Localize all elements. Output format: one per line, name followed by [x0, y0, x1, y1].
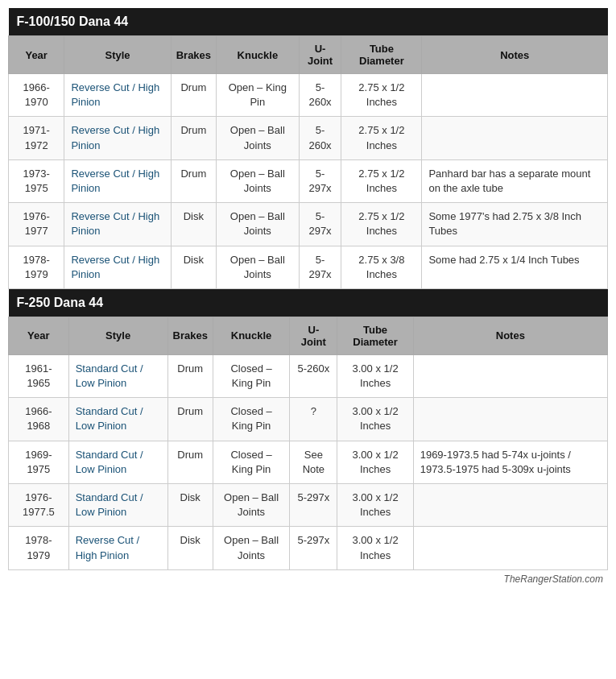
col-header-5: TubeDiameter	[337, 317, 413, 354]
cell-2: Drum	[171, 159, 216, 202]
cell-3: Closed – King Pin	[213, 354, 289, 397]
cell-1: Reverse Cut / High Pinion	[64, 74, 171, 117]
cell-4: 5-297x	[299, 159, 341, 202]
cell-4: 5-260x	[299, 74, 341, 117]
cell-1: Standard Cut / Low Pinion	[68, 354, 167, 397]
cell-6: Some had 2.75 x 1/4 Inch Tubes	[422, 246, 608, 288]
section-table-1: F-250 Dana 44YearStyleBrakesKnuckleU-Joi…	[8, 289, 608, 570]
cell-0: 1971-1972	[9, 117, 64, 159]
cell-3: Open – Ball Joints	[217, 117, 300, 159]
cell-0: 1978-1979	[9, 246, 64, 288]
cell-1: Reverse Cut / High Pinion	[64, 246, 171, 288]
table-row: 1976-1977.5Standard Cut / Low PinionDisk…	[9, 484, 608, 527]
table-row: 1966-1970Reverse Cut / High PinionDrumOp…	[9, 74, 608, 117]
cell-3: Open – Ball Joints	[217, 159, 300, 202]
col-header-2: Brakes	[167, 317, 213, 354]
cell-3: Open – Ball Joints	[213, 484, 289, 527]
cell-3: Closed – King Pin	[213, 441, 289, 483]
cell-0: 1973-1975	[9, 159, 64, 202]
cell-6	[413, 354, 607, 397]
cell-1: Standard Cut / Low Pinion	[68, 398, 167, 441]
page-wrapper: F-100/150 Dana 44YearStyleBrakesKnuckleU…	[0, 0, 616, 596]
cell-3: Open – Ball Joints	[217, 203, 300, 246]
cell-4: See Note	[290, 441, 337, 483]
section-title: F-250 Dana 44	[9, 289, 608, 317]
cell-4: 5-297x	[290, 527, 337, 569]
cell-2: Drum	[167, 354, 213, 397]
cell-6	[422, 117, 608, 159]
cell-6: Some 1977's had 2.75 x 3/8 Inch Tubes	[422, 203, 608, 246]
col-header-1: Style	[68, 317, 167, 354]
cell-6: 1969-1973.5 had 5-74x u-joints / 1973.5-…	[413, 441, 607, 483]
cell-2: Drum	[171, 74, 216, 117]
cell-0: 1976-1977	[9, 203, 64, 246]
cell-0: 1966-1970	[9, 74, 64, 117]
section-table-0: F-100/150 Dana 44YearStyleBrakesKnuckleU…	[8, 8, 608, 289]
col-header-6: Notes	[413, 317, 607, 354]
cell-4: 5-297x	[299, 203, 341, 246]
cell-2: Drum	[167, 441, 213, 483]
cell-2: Disk	[167, 527, 213, 569]
cell-5: 2.75 x 1/2 Inches	[341, 74, 422, 117]
tables-container: F-100/150 Dana 44YearStyleBrakesKnuckleU…	[8, 8, 608, 570]
cell-2: Drum	[167, 398, 213, 441]
table-row: 1976-1977Reverse Cut / High PinionDiskOp…	[9, 203, 608, 246]
cell-4: 5-260x	[299, 117, 341, 159]
cell-5: 2.75 x 1/2 Inches	[341, 159, 422, 202]
cell-4: ?	[290, 398, 337, 441]
cell-0: 1978-1979	[9, 527, 69, 569]
section-header-row: F-250 Dana 44	[9, 289, 608, 317]
cell-4: 5-260x	[290, 354, 337, 397]
col-header-6: Notes	[422, 36, 608, 74]
cell-2: Disk	[167, 484, 213, 527]
cell-6	[413, 398, 607, 441]
cell-1: Reverse Cut / High Pinion	[68, 527, 167, 569]
cell-6	[413, 527, 607, 569]
cell-1: Reverse Cut / High Pinion	[64, 117, 171, 159]
cell-0: 1969-1975	[9, 441, 69, 483]
cell-5: 2.75 x 1/2 Inches	[341, 203, 422, 246]
footer-text: TheRangerStation.com	[8, 570, 608, 588]
section-header-row: F-100/150 Dana 44	[9, 8, 608, 36]
cell-5: 3.00 x 1/2 Inches	[337, 354, 413, 397]
cell-5: 3.00 x 1/2 Inches	[337, 398, 413, 441]
table-row: 1966-1968Standard Cut / Low PinionDrumCl…	[9, 398, 608, 441]
column-header-row: YearStyleBrakesKnuckleU-JointTubeDiamete…	[9, 36, 608, 74]
cell-5: 2.75 x 3/8 Inches	[341, 246, 422, 288]
col-header-5: TubeDiameter	[341, 36, 422, 74]
table-row: 1978-1979Reverse Cut / High PinionDiskOp…	[9, 246, 608, 288]
cell-5: 3.00 x 1/2 Inches	[337, 484, 413, 527]
cell-6: Panhard bar has a separate mount on the …	[422, 159, 608, 202]
table-row: 1978-1979Reverse Cut / High PinionDiskOp…	[9, 527, 608, 569]
table-row: 1969-1975Standard Cut / Low PinionDrumCl…	[9, 441, 608, 483]
cell-0: 1966-1968	[9, 398, 69, 441]
table-row: 1961-1965Standard Cut / Low PinionDrumCl…	[9, 354, 608, 397]
col-header-4: U-Joint	[299, 36, 341, 74]
cell-0: 1976-1977.5	[9, 484, 69, 527]
cell-3: Open – Ball Joints	[217, 246, 300, 288]
col-header-0: Year	[9, 317, 69, 354]
cell-4: 5-297x	[290, 484, 337, 527]
column-header-row: YearStyleBrakesKnuckleU-JointTubeDiamete…	[9, 317, 608, 354]
cell-0: 1961-1965	[9, 354, 69, 397]
col-header-1: Style	[64, 36, 171, 74]
footer-table: TheRangerStation.com	[8, 570, 608, 588]
cell-1: Standard Cut / Low Pinion	[68, 484, 167, 527]
cell-6	[422, 74, 608, 117]
cell-4: 5-297x	[299, 246, 341, 288]
cell-3: Open – King Pin	[217, 74, 300, 117]
cell-2: Disk	[171, 246, 216, 288]
cell-2: Drum	[171, 117, 216, 159]
table-row: 1971-1972Reverse Cut / High PinionDrumOp…	[9, 117, 608, 159]
cell-6	[413, 484, 607, 527]
col-header-3: Knuckle	[213, 317, 289, 354]
cell-1: Reverse Cut / High Pinion	[64, 159, 171, 202]
cell-2: Disk	[171, 203, 216, 246]
cell-1: Standard Cut / Low Pinion	[68, 441, 167, 483]
table-row: 1973-1975Reverse Cut / High PinionDrumOp…	[9, 159, 608, 202]
section-title: F-100/150 Dana 44	[9, 8, 608, 36]
cell-5: 3.00 x 1/2 Inches	[337, 441, 413, 483]
cell-5: 2.75 x 1/2 Inches	[341, 117, 422, 159]
cell-1: Reverse Cut / High Pinion	[64, 203, 171, 246]
col-header-4: U-Joint	[290, 317, 337, 354]
